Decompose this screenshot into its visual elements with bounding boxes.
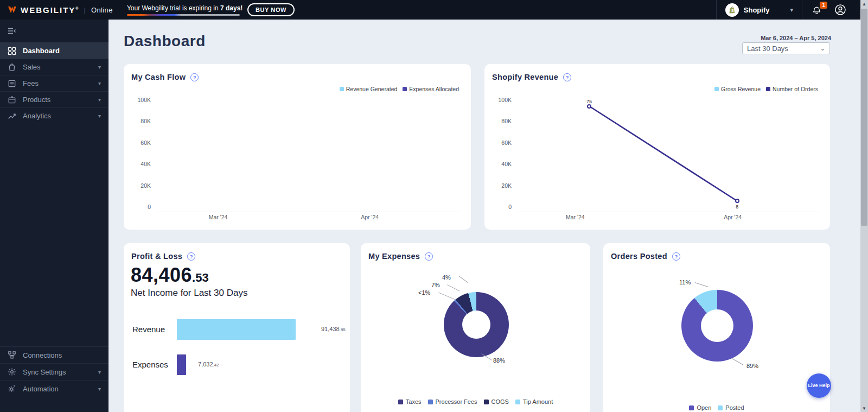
expenses-donut-chart[interactable] <box>444 292 509 357</box>
y-axis: 100K80K60K40K20K0 <box>493 97 512 210</box>
notifications-button[interactable]: 1 <box>802 0 831 20</box>
slice-label-tip: 4% <box>442 274 451 281</box>
legend-item[interactable]: Number of Orders <box>766 86 818 92</box>
orders-line <box>517 99 820 212</box>
cash-flow-chart: 100K80K60K40K20K0 Mar '24 Apr '24 <box>132 97 462 224</box>
legend-item[interactable]: Open <box>689 404 711 411</box>
legend-item[interactable]: Gross Revenue <box>714 86 761 92</box>
slice-label-posted: 11% <box>679 279 691 286</box>
legend-swatch <box>428 400 433 404</box>
pl-row-value: 91,438.95 <box>321 326 346 332</box>
legend-swatch <box>714 87 719 91</box>
card-orders-posted: Orders Posted ? 11% 89% Open Posted <box>603 243 830 412</box>
legend-item[interactable]: Taxes <box>398 398 422 405</box>
store-selector[interactable]: S Shopify ▾ <box>717 0 802 20</box>
net-income-amount: 84,406.53 <box>131 264 209 287</box>
sidebar-item-dashboard[interactable]: Dashboard <box>0 42 108 59</box>
sidebar-item-label: Dashboard <box>23 47 60 55</box>
user-icon <box>834 4 846 16</box>
brand-name: WEBGILITY® <box>21 5 79 15</box>
legend-item[interactable]: Revenue Generated <box>340 86 398 92</box>
chevron-down-icon: ▾ <box>790 7 793 14</box>
trending-chart-icon <box>8 112 16 121</box>
trial-notice: Your Webgility trial is expiring in 7 da… <box>127 4 240 16</box>
card-title: My Expenses <box>368 252 420 261</box>
plot-area: 75 8 <box>517 99 820 212</box>
sidebar-item-label: Automation <box>23 385 59 393</box>
chevron-down-icon: ▾ <box>98 369 101 375</box>
page-title: Dashboard <box>124 33 206 50</box>
line-point-label: 75 <box>586 99 592 104</box>
sidebar-item-connections[interactable]: Connections <box>0 346 108 363</box>
x-tick-label: Apr '24 <box>724 214 742 220</box>
dashboard-grid-icon <box>8 47 16 55</box>
main-content: Dashboard Mar 6, 2024 – Apr 5, 2024 Last… <box>108 20 860 412</box>
period-dropdown[interactable]: Last 30 Days ⌄ <box>742 42 830 54</box>
gear-icon <box>8 367 16 376</box>
automation-gear-icon <box>8 384 16 393</box>
help-icon[interactable]: ? <box>425 252 433 261</box>
pl-row-label: Expenses <box>132 360 174 369</box>
help-icon[interactable]: ? <box>187 252 195 261</box>
revenue-bar[interactable] <box>177 319 296 340</box>
sidebar-item-fees[interactable]: Fees ▾ <box>0 75 108 91</box>
card-my-cash-flow: My Cash Flow ? Revenue Generated Expense… <box>124 64 471 230</box>
x-tick-label: Apr '24 <box>361 214 379 220</box>
legend-item[interactable]: Expenses Allocated <box>403 86 459 92</box>
pl-row-expenses: Expenses 7,032.42 <box>124 354 350 375</box>
expenses-bar[interactable] <box>177 354 186 375</box>
legend-swatch <box>515 400 520 404</box>
card-my-expenses: My Expenses ? 4% 7% <1% 88% Taxes Proces… <box>361 243 590 412</box>
chart-legend: Taxes Processor Fees COGS Tip Amount <box>361 398 590 405</box>
legend-item[interactable]: Tip Amount <box>515 398 553 405</box>
account-button[interactable] <box>831 0 860 20</box>
card-title: Orders Posted <box>611 252 667 261</box>
help-icon[interactable]: ? <box>672 252 680 261</box>
sidebar-item-analytics[interactable]: Analytics ▾ <box>0 107 108 124</box>
legend-swatch <box>403 87 407 91</box>
brand: WEBGILITY® | Online <box>0 5 113 15</box>
fees-list-icon <box>8 79 16 88</box>
chevron-down-icon: ▾ <box>98 113 101 119</box>
legend-item[interactable]: Posted <box>718 404 744 411</box>
sidebar-item-sales[interactable]: Sales ▾ <box>0 59 108 75</box>
store-name: Shopify <box>744 6 770 14</box>
trial-progress-bar <box>127 14 240 16</box>
legend-swatch <box>766 87 770 91</box>
card-profit-loss: Profit & Loss ? 84,406.53 Net Income for… <box>124 243 350 412</box>
label-line <box>438 292 456 300</box>
sidebar-item-products[interactable]: Products ▾ <box>0 91 108 107</box>
sidebar-collapse-button[interactable] <box>0 20 108 42</box>
legend-item[interactable]: COGS <box>484 398 509 405</box>
connections-icon <box>8 351 16 359</box>
chart-legend: Open Posted <box>603 404 830 411</box>
sidebar-item-label: Analytics <box>23 112 51 120</box>
notification-badge: 1 <box>820 2 827 9</box>
shopify-icon: S <box>725 3 739 17</box>
chevron-down-icon: ▾ <box>98 80 101 86</box>
sidebar-item-label: Fees <box>23 79 39 87</box>
slice-label-processor: <1% <box>418 289 430 296</box>
pl-row-value: 7,032.42 <box>198 361 219 367</box>
slice-label-open: 89% <box>746 363 758 369</box>
buy-now-button[interactable]: BUY NOW <box>247 3 295 16</box>
sidebar-item-sync-settings[interactable]: Sync Settings ▾ <box>0 363 108 380</box>
sidebar-item-automation[interactable]: Automation ▾ <box>0 380 108 397</box>
scroll-down-arrow-icon[interactable]: ▼ <box>860 404 868 412</box>
net-income-subtitle: Net Income for Last 30 Days <box>131 288 247 299</box>
line-point-label: 8 <box>736 204 738 210</box>
line-point-marker[interactable] <box>735 199 739 203</box>
sidebar-item-label: Sync Settings <box>23 368 66 376</box>
live-help-button[interactable]: Live Help <box>807 373 831 398</box>
line-point-marker[interactable] <box>587 104 591 109</box>
orders-donut-chart[interactable] <box>681 290 753 362</box>
legend-item[interactable]: Processor Fees <box>428 398 477 405</box>
legend-swatch <box>484 400 489 404</box>
help-icon[interactable]: ? <box>190 73 199 81</box>
chevron-down-icon: ⌄ <box>820 45 825 52</box>
scrollbar-thumb[interactable] <box>861 9 867 226</box>
vertical-scrollbar[interactable]: ▲ ▼ <box>860 0 868 412</box>
scroll-up-arrow-icon[interactable]: ▲ <box>860 0 868 8</box>
help-icon[interactable]: ? <box>563 73 571 81</box>
card-title: Profit & Loss <box>131 252 182 261</box>
